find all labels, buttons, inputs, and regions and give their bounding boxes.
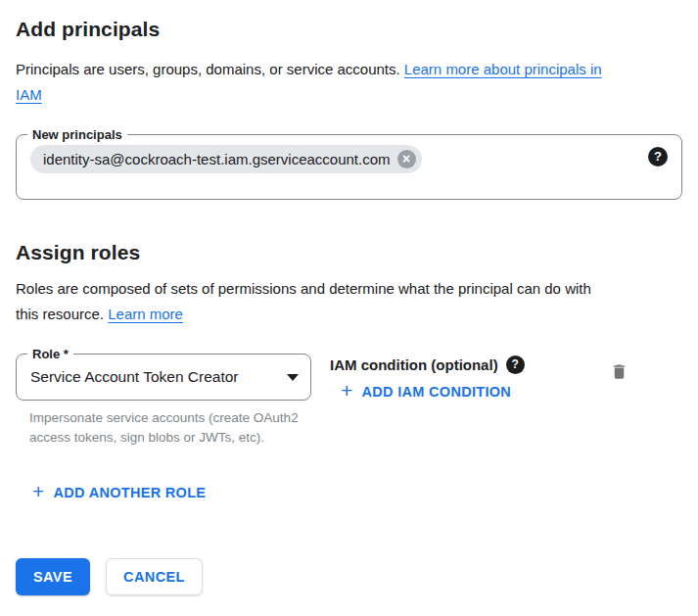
add-another-role-label: ADD ANOTHER ROLE: [54, 485, 207, 500]
principals-description-text: Principals are users, groups, domains, o…: [16, 61, 404, 77]
role-select[interactable]: Role * Service Account Token Creator: [16, 354, 311, 401]
plus-icon: +: [341, 382, 353, 400]
chip-remove-icon[interactable]: ×: [397, 150, 416, 168]
trash-icon: [610, 361, 628, 382]
delete-role-button[interactable]: [608, 359, 630, 387]
new-principals-field[interactable]: New principals identity-sa@cockroach-tes…: [16, 134, 682, 200]
add-another-role-button[interactable]: + ADD ANOTHER ROLE: [26, 480, 211, 505]
role-label: Role *: [27, 346, 73, 362]
roles-description: Roles are composed of sets of permission…: [16, 276, 595, 327]
learn-more-roles-link[interactable]: Learn more: [108, 306, 183, 322]
iam-condition-help-icon[interactable]: ?: [506, 355, 525, 374]
role-column: Role * Service Account Token Creator Imp…: [16, 354, 311, 448]
plus-icon: +: [32, 483, 45, 500]
assign-roles-title: Assign roles: [16, 241, 682, 264]
page-title: Add principals: [16, 18, 682, 41]
iam-condition-label: IAM condition (optional): [330, 356, 498, 373]
action-bar: SAVE CANCEL: [16, 558, 203, 595]
cancel-button[interactable]: CANCEL: [106, 558, 203, 595]
add-iam-condition-button[interactable]: + ADD IAM CONDITION: [335, 379, 517, 404]
principals-help-icon[interactable]: ?: [648, 147, 668, 166]
save-button[interactable]: SAVE: [16, 558, 90, 595]
role-helper-text: Impersonate service accounts (create OAu…: [29, 408, 303, 448]
add-iam-condition-label: ADD IAM CONDITION: [362, 384, 512, 400]
role-selected-value: Service Account Token Creator: [30, 368, 239, 386]
roles-description-text: Roles are composed of sets of permission…: [16, 280, 591, 322]
new-principals-label: New principals: [27, 126, 127, 143]
principals-description: Principals are users, groups, domains, o…: [16, 57, 615, 108]
role-row: Role * Service Account Token Creator Imp…: [16, 354, 682, 448]
principal-chip[interactable]: identity-sa@cockroach-test.iam.gservicea…: [30, 145, 422, 173]
dropdown-arrow-icon: [287, 374, 299, 381]
principal-chip-text: identity-sa@cockroach-test.iam.gservicea…: [43, 151, 391, 167]
iam-condition-column: IAM condition (optional) ? + ADD IAM CON…: [330, 354, 608, 404]
iam-condition-header: IAM condition (optional) ?: [330, 355, 608, 374]
